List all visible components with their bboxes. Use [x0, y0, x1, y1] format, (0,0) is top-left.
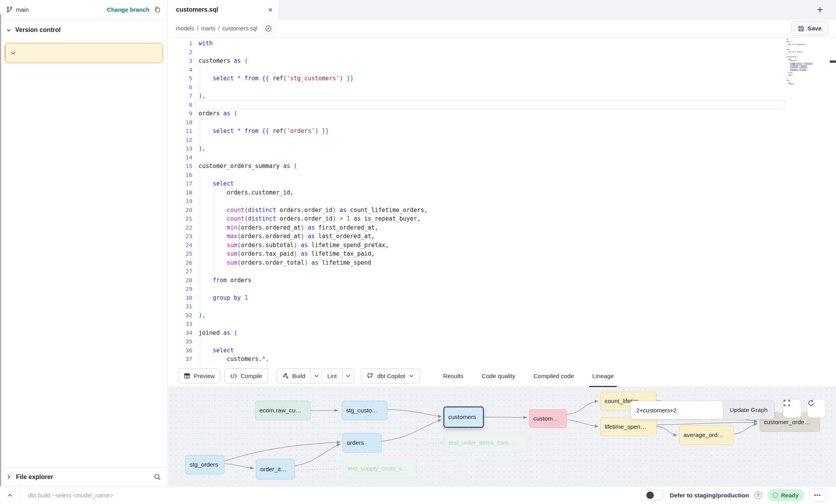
lineage-node-test-order-items[interactable]: test_order_items_com… [444, 433, 528, 453]
lineage-node-customers[interactable]: customers [444, 407, 484, 428]
version-control-header[interactable]: Version control [0, 24, 167, 36]
minimap[interactable] [786, 39, 820, 85]
line-number: 18 [168, 188, 192, 197]
lineage-node-test-supply-costs[interactable]: test_supply_costs_s… [343, 459, 416, 478]
chevron-right-icon [6, 474, 11, 479]
change-branch-link[interactable]: Change branch [107, 6, 149, 13]
update-graph-button[interactable]: Update Graph [723, 401, 774, 419]
file-search-button[interactable] [154, 473, 161, 481]
file-explorer-header[interactable]: File explorer [0, 467, 167, 486]
code-line: 6 [168, 83, 836, 92]
lineage-node-lifetime-spend[interactable]: lifetime_spen… [600, 417, 657, 436]
code-text: orders.customer_id, [199, 188, 294, 197]
lineage-node-order-items[interactable]: order_it… [256, 459, 295, 479]
code-line: 37 customers.*, [168, 355, 836, 364]
line-number: 25 [168, 249, 192, 258]
expand-command-bar-button[interactable] [0, 486, 20, 504]
editor-scrollbar[interactable] [831, 37, 836, 365]
lineage-node-stg-orders[interactable]: stg_orders [185, 455, 224, 474]
close-tab-icon[interactable]: × [268, 6, 273, 14]
minimap-line [786, 58, 820, 58]
dbt-copilot-button[interactable]: dbt Copilot [361, 368, 420, 384]
code-text: sum(orders.order_total) as lifetime_spen… [199, 258, 371, 267]
sidebar-scrollbar [0, 14, 1, 486]
minimap-line [786, 44, 820, 45]
chevron-down-icon [314, 373, 319, 378]
minimap-line [786, 57, 820, 57]
more-options-button[interactable]: ••• [809, 489, 826, 502]
compass-icon [265, 25, 272, 32]
help-icon[interactable]: ? [754, 492, 762, 499]
line-number: 36 [168, 346, 192, 355]
lineage-canvas[interactable]: Update Graph ecom.raw_cu…stg_custo…order… [168, 387, 836, 486]
line-number: 22 [168, 223, 192, 232]
panel-tab-code-quality[interactable]: Code quality [482, 365, 515, 387]
line-number: 9 [168, 109, 192, 118]
code-text: with [199, 39, 213, 48]
lineage-search-input[interactable] [631, 401, 723, 419]
pull-options-caret[interactable] [5, 43, 21, 63]
breadcrumb-item[interactable]: customers.sql [222, 25, 257, 32]
code-line: 14 [168, 153, 836, 162]
lineage-node-custom[interactable]: custom… [529, 409, 567, 428]
preview-button[interactable]: Preview [178, 368, 220, 384]
refresh-graph-button[interactable] [807, 399, 826, 418]
panel-tab-compiled-code[interactable]: Compiled code [534, 365, 574, 387]
version-control-label: Version control [15, 27, 60, 34]
lint-button[interactable]: Lint [322, 369, 342, 383]
code-text: ), [199, 144, 206, 153]
code-text: orders as ( [199, 109, 237, 118]
pull-from-remote-button[interactable]: Pull from remote [5, 43, 163, 63]
copilot-compass-button[interactable] [262, 22, 275, 35]
panel-tab-results[interactable]: Results [443, 365, 463, 387]
dbt-ide-window: main Change branch Version control Pull … [0, 0, 836, 504]
minimap-line [786, 55, 820, 56]
build-split-button: Build [277, 368, 323, 384]
minimap-line [786, 60, 820, 61]
code-line: 18 orders.customer_id, [168, 188, 836, 197]
code-line: 35 [168, 337, 836, 346]
lineage-edge [657, 423, 757, 425]
defer-toggle[interactable] [645, 490, 664, 500]
compile-button[interactable]: Compile [224, 368, 268, 384]
panel-tab-lineage[interactable]: Lineage [592, 365, 614, 387]
tab-customers-sql[interactable]: customers.sql × [168, 0, 279, 19]
lineage-node-average-order[interactable]: average_ord… [679, 425, 734, 445]
indent-guide [200, 118, 200, 145]
code-text: select * from {{ ref('stg_customers') }} [199, 74, 353, 83]
lineage-node-orders[interactable]: orders [343, 433, 382, 453]
lint-options-caret[interactable] [342, 369, 354, 383]
code-text: sum(orders.tax_paid) as lifetime_tax_pai… [199, 249, 375, 258]
minimap-line [786, 79, 820, 80]
code-line: 20 count(distinct orders.order_id) as co… [168, 206, 836, 215]
breadcrumb-item[interactable]: marts [201, 25, 215, 32]
lineage-node-stg-customers[interactable]: stg_custo… [342, 401, 387, 420]
indent-guide [214, 355, 214, 364]
build-label: Build [292, 373, 305, 379]
copy-branch-button[interactable] [154, 6, 161, 13]
build-options-caret[interactable] [311, 369, 322, 383]
fullscreen-button[interactable] [783, 399, 802, 418]
minimap-line [786, 69, 820, 70]
lineage-edge [295, 469, 342, 470]
minimap-line [786, 51, 820, 52]
command-input[interactable]: dbt build --select <model_name> [20, 492, 645, 499]
new-tab-button[interactable]: + [813, 3, 827, 16]
line-number: 33 [168, 320, 192, 329]
code-line: 22 min(orders.ordered_at) as first_order… [168, 223, 836, 232]
code-lines: 1with23customers as (45 select * from {{… [168, 37, 836, 364]
lineage-node-ecom-raw-customers[interactable]: ecom.raw_cu… [255, 401, 311, 420]
code-line: 29 [168, 285, 836, 294]
minimap-line [786, 50, 820, 51]
tab-title: customers.sql [176, 6, 268, 13]
breadcrumb-separator: / [218, 25, 220, 32]
line-number: 8 [168, 101, 192, 110]
breadcrumb-item[interactable]: models [176, 25, 194, 32]
code-line: 32), [168, 311, 836, 320]
code-line: 7), [168, 92, 836, 101]
code-editor[interactable]: 1with23customers as (45 select * from {{… [168, 37, 836, 365]
build-button[interactable]: Build [277, 369, 311, 383]
save-button[interactable]: Save [791, 21, 828, 35]
defer-label: Defer to staging/production [670, 492, 749, 499]
ready-status-badge[interactable]: Ready [767, 489, 804, 501]
